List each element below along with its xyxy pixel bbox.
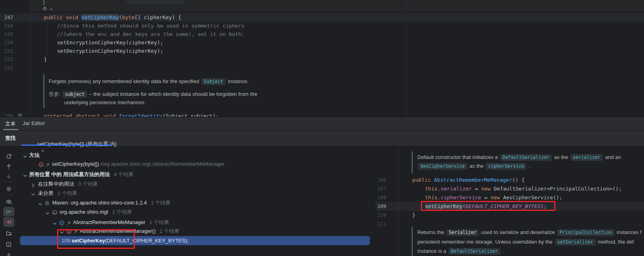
tree-row-label: 109 setCipherKey(DEFAULT_CIPHER_KEY_BYTE… [61,236,188,245]
code-line: setCipherKey(DEFAULT_CIPHER_KEY_BYTES); [425,202,547,210]
usage-tree-row[interactable]: mAbstractRememberMeManager()1 个结果 [18,227,375,236]
svg-text:m: m [68,230,70,234]
chevron-down-icon[interactable] [45,210,50,218]
ide-window: 247public void setCipherKey(byte[] ciphe… [0,0,644,256]
doc-line: Returns the Serializer used to serialize… [417,228,642,236]
package-icon [52,209,57,218]
doc-comment-guide [412,227,413,256]
line-number: 110 [375,211,386,219]
line-number: 108 [375,193,386,202]
code-line: this.serializer = new DefaultSerializer<… [425,185,622,193]
line-number: 109 [375,202,386,210]
tree-row-label: org.apache.shiro.mgt1 个结果 [59,208,132,216]
tree-row-label: 方法 [29,151,40,160]
usage-tree-row[interactable]: 所有位置 中的 用法或基方法的用法4 个结果 [18,170,375,179]
tree-row-label: 未分类1 个结果 [38,189,77,198]
method-icon: m [38,161,44,170]
usage-result-row-selected[interactable]: 109 setCipherKey(DEFAULT_CIPHER_KEY_BYTE… [18,236,375,245]
tree-row-label: setCipherKey(byte[]) /org.apache.shiro.m… [52,160,225,169]
code-line: } [412,211,415,219]
usage-tree-row[interactable]: 未分类1 个结果 [18,189,375,198]
usage-tree-row[interactable]: CAbstractRememberMeManager1 个结果 [18,218,375,227]
svg-text:C: C [61,222,63,225]
tree-row-label: AbstractRememberMeManager1 个结果 [73,218,169,227]
usage-tree-row[interactable]: org.apache.shiro.mgt1 个结果 [18,208,375,216]
tree-row-label: 在注释中的用法3 个结果 [38,180,98,189]
usages-tree: 方法msetCipherKey(byte[]) /org.apache.shir… [0,0,375,256]
doc-line: instance is a DefaultSerializer . [417,247,504,255]
find-tool-window: 文本 Jar Editor 查找 setCipherKey(byte[]) (所… [0,117,644,256]
jump-arrow-icon [45,161,50,170]
code-line: this.cipherService = new AesCipherServic… [425,193,562,202]
code-line: public AbstractRememberMeManager() { [412,176,525,184]
doc-comment-guide [412,151,413,173]
usage-tree-row[interactable]: msetCipherKey(byte[]) /org.apache.shiro.… [18,160,375,169]
usage-preview-editor: 106public AbstractRememberMeManager() {1… [375,0,644,256]
usage-tree-row[interactable]: 方法 [18,151,375,160]
doc-line: Default constructor that initializes a D… [417,153,621,161]
svg-text:m: m [40,163,42,167]
doc-line: AesCipherService as the cipherService . [417,162,530,170]
usage-tree-row[interactable]: 在注释中的用法3 个结果 [18,180,375,189]
usage-tree-row[interactable]: Maven: org.apache.shiro:shiro-core:1.2.4… [18,198,375,207]
tree-row-label: Maven: org.apache.shiro:shiro-core:1.2.4… [52,198,171,207]
line-number: 111 [375,220,386,228]
code-lines: 106public AbstractRememberMeManager() {1… [375,0,644,256]
line-number: 106 [375,176,386,184]
tree-row-label: AbstractRememberMeManager()1 个结果 [80,227,180,236]
tree-row-label: 所有位置 中的 用法或基方法的用法4 个结果 [29,170,134,179]
line-number: 107 [375,185,386,193]
doc-line: persistent remember me storage. Unless o… [417,238,634,246]
